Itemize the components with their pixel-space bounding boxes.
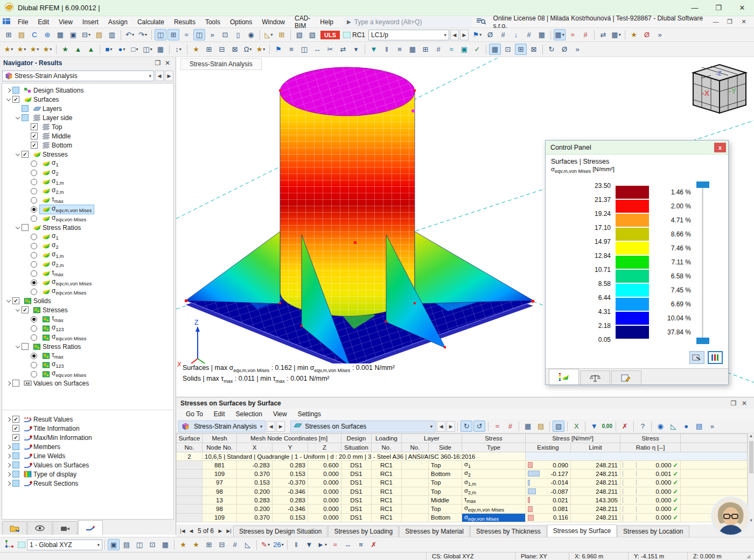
expand-chevron-icon[interactable]: [13, 345, 22, 348]
workplane-toggle[interactable]: ◺: [242, 539, 254, 550]
child-restore-button[interactable]: ❐: [723, 18, 737, 25]
table-close-button[interactable]: ✕: [739, 400, 750, 407]
radio-off[interactable]: [31, 371, 37, 377]
limit-cell[interactable]: 248.211: [571, 461, 620, 470]
search-icon[interactable]: [476, 17, 486, 26]
load-case[interactable]: ⊞: [203, 44, 215, 55]
ratio-cell[interactable]: 0.000✓: [620, 513, 681, 522]
expand-chevron-icon[interactable]: [13, 226, 22, 229]
table-tab-stresses-by-design-situation[interactable]: Stresses by Design Situation: [233, 526, 327, 537]
radio-off[interactable]: [31, 261, 37, 268]
stiffener-fin[interactable]: [415, 232, 533, 304]
cad-bim-icon[interactable]: C: [29, 29, 40, 40]
addons[interactable]: ⊞: [276, 29, 288, 40]
copy-arrange-1[interactable]: ▧: [294, 29, 305, 40]
section-planes[interactable]: ‖: [290, 539, 302, 550]
calculate-filter[interactable]: ⚑: [273, 44, 284, 55]
design-situation-cell[interactable]: DS1: [341, 496, 372, 505]
view-x[interactable]: ▤: [121, 539, 132, 550]
decimal-places[interactable]: 0.00: [601, 421, 613, 432]
undo[interactable]: ↶▾: [124, 29, 136, 40]
menu-edit[interactable]: Edit: [33, 16, 54, 28]
design-situation-cell[interactable]: DS1: [341, 470, 372, 478]
filter-funnel[interactable]: ▼: [588, 421, 600, 432]
prev-table-button[interactable]: ◀: [187, 528, 196, 534]
navigator-toggle[interactable]: ◫: [155, 29, 166, 40]
checkbox-c[interactable]: ✓: [12, 425, 19, 432]
table-row[interactable]: 970.153-0.3700.000DS1RC1Topσ1,m-0.014248…: [177, 478, 748, 487]
tree-item-layers[interactable]: Layers: [2, 104, 173, 113]
table-row[interactable]: 881-0.2830.2830.600DS1RC1Topσ10.090248.2…: [177, 461, 748, 470]
menu-file[interactable]: File: [13, 16, 33, 28]
limit-cell[interactable]: 248.211: [571, 505, 620, 513]
load-wizard[interactable]: ⊠: [229, 44, 241, 55]
sync-back[interactable]: ↺: [473, 421, 485, 432]
ortho-toggle[interactable]: ⊟: [216, 539, 228, 550]
measure[interactable]: ↕▾: [172, 44, 184, 55]
z-cell[interactable]: 0.000: [308, 505, 341, 513]
load-combination[interactable]: ⊟: [216, 44, 228, 55]
col-header[interactable]: Layer: [402, 434, 462, 443]
surface-no-cell[interactable]: 2: [177, 452, 203, 461]
col-header[interactable]: No.: [402, 443, 429, 452]
tree-item-stress-ratios[interactable]: Stress Ratios: [2, 223, 173, 232]
y-cell[interactable]: 0.283: [273, 461, 308, 470]
sync-selection[interactable]: ↻: [460, 421, 472, 432]
save[interactable]: ▣: [67, 29, 79, 40]
child-minimize-button[interactable]: —: [709, 18, 723, 25]
layer-side-cell[interactable]: Bottom: [429, 470, 462, 478]
checkbox-p[interactable]: [22, 114, 29, 121]
trajectories[interactable]: ≈: [329, 539, 341, 550]
table-category-select[interactable]: Stresses on Surfaces▾: [290, 421, 436, 432]
table-view[interactable]: ▦: [522, 421, 534, 432]
checkbox-c[interactable]: ✓: [12, 416, 19, 423]
scale-color-band[interactable]: [616, 186, 649, 199]
maximize-button[interactable]: ❐: [707, 0, 730, 16]
menu-calculate[interactable]: Calculate: [132, 16, 169, 28]
menu-tools[interactable]: Tools: [200, 16, 225, 28]
layer-side-cell[interactable]: Top: [429, 487, 462, 495]
print-table[interactable]: ▤: [693, 421, 705, 432]
layer-side-cell[interactable]: Bottom: [429, 513, 462, 522]
ratio-cell[interactable]: 0.000✓: [620, 505, 681, 513]
radio-on[interactable]: [31, 279, 37, 286]
col-header[interactable]: Side: [429, 443, 462, 452]
scale-color-band[interactable]: [616, 312, 649, 325]
grid-c[interactable]: ⊞: [515, 44, 527, 55]
tab-filter-settings[interactable]: [611, 370, 641, 384]
navigator-next[interactable]: ▶: [165, 71, 173, 81]
y-cell[interactable]: 0.283: [273, 496, 308, 505]
result-values-table[interactable]: #: [504, 421, 516, 432]
expand-chevron-icon[interactable]: [4, 445, 12, 449]
y-cell[interactable]: -0.346: [273, 505, 308, 513]
col-header[interactable]: [681, 443, 748, 452]
x-cell[interactable]: 0.200: [237, 505, 273, 513]
radio-off[interactable]: [31, 334, 37, 341]
z-cell[interactable]: 0.000: [308, 496, 341, 505]
scale-color-band[interactable]: [616, 200, 649, 213]
control-panel-header[interactable]: Control Panel x: [546, 141, 728, 155]
console-toggle[interactable]: »: [206, 29, 218, 40]
y-cell[interactable]: -0.370: [273, 478, 308, 487]
menu-window[interactable]: Window: [257, 16, 290, 28]
view-manager[interactable]: ▦▾: [610, 29, 622, 40]
show-result-values[interactable]: #: [523, 29, 535, 40]
new-surface-tool[interactable]: ★▾: [41, 44, 53, 55]
chart-toggle[interactable]: ▧: [553, 421, 564, 432]
checkbox-c[interactable]: ✓: [12, 297, 19, 304]
accept[interactable]: ✓: [471, 44, 483, 55]
first-table-button[interactable]: |◀: [178, 528, 187, 534]
open-model[interactable]: ▤: [16, 29, 27, 40]
new-line[interactable]: ★▾: [16, 44, 27, 55]
tree-item-result-sections[interactable]: Result Sections: [2, 479, 173, 488]
tree-item-eqv-von-mises[interactable]: σeqv,von Mises: [2, 333, 173, 342]
stress-type-cell[interactable]: σ2,m: [462, 487, 526, 495]
report-generate[interactable]: ▤: [93, 29, 105, 40]
view-select[interactable]: 1 - Global XYZ▾: [27, 540, 102, 550]
checkbox-u[interactable]: [22, 343, 29, 350]
table-group-row[interactable]: 210,6,5 | Standard | Quadrangle | 1 - Un…: [177, 452, 748, 461]
checkbox-u[interactable]: [22, 224, 29, 231]
animate[interactable]: ►▾: [316, 539, 328, 550]
checkbox-p[interactable]: [22, 105, 29, 112]
tab-views[interactable]: [27, 521, 52, 535]
